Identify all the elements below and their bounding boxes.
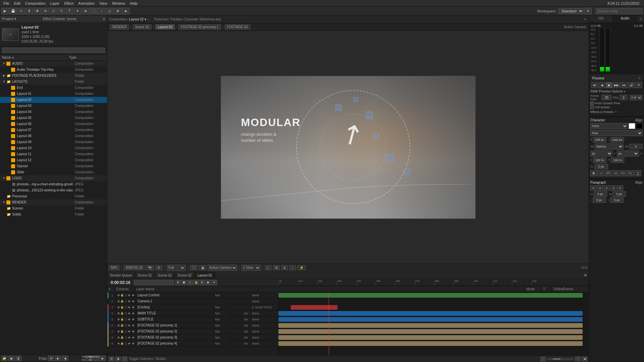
mask-btn[interactable]: ⊕ bbox=[281, 265, 288, 270]
tool2[interactable]: ✥ bbox=[34, 8, 41, 14]
tree-item-layout03[interactable]: Layout 03Composition bbox=[0, 103, 107, 109]
col-name-header[interactable]: Name ▲ bbox=[0, 55, 67, 60]
track-row-9[interactable] bbox=[278, 341, 589, 347]
track-row-6[interactable] bbox=[278, 322, 589, 328]
menu-animation[interactable]: Animation bbox=[76, 0, 97, 7]
rp-tab-audio[interactable]: Audio bbox=[613, 15, 637, 22]
layer-row-8[interactable]: 8◉🔒◻▶◆[FOOTAGE 02 precomp 3]NorNoNone bbox=[107, 335, 278, 341]
footage-info-btn[interactable]: 📷 bbox=[146, 265, 154, 270]
char-color-box[interactable] bbox=[629, 123, 635, 129]
layer-row-3[interactable]: 3◉🔒◻▶◆[Circles]Nor4. MAIN TITLE bbox=[107, 304, 278, 310]
layer-row-9[interactable]: 9◉🔒◻▶◆[FOOTAGE 02 precomp 4]NorNoNone bbox=[107, 341, 278, 347]
char-style-select[interactable]: Fina bbox=[590, 130, 643, 136]
tl-icon-btn4[interactable]: 🔒 bbox=[194, 280, 199, 285]
tl-icon-btn5[interactable]: ⊕ bbox=[200, 280, 205, 285]
layer-row-7[interactable]: 7◉🔒◻▶◆[FOOTAGE 02 precomp 2]NorNoNone bbox=[107, 328, 278, 335]
tree-item-layout05[interactable]: Layout 05Composition bbox=[0, 115, 107, 121]
tree-item-opener[interactable]: OpenerComposition bbox=[0, 163, 107, 169]
snap-btn[interactable]: ⊞ bbox=[273, 265, 280, 270]
para-indent-right[interactable] bbox=[612, 191, 626, 197]
undo-btn[interactable]: ↩ bbox=[17, 8, 25, 14]
tl-ruler[interactable]: 0s01s02s03s04s05s06s07s08s09s10s11s12s13… bbox=[278, 280, 589, 286]
pv-next-frame[interactable]: ▶▶ bbox=[613, 82, 620, 88]
tool6[interactable]: T bbox=[66, 8, 73, 14]
align-left-btn[interactable]: ≡ bbox=[590, 185, 596, 191]
tree-item-layout10[interactable]: Layout 10Composition bbox=[0, 145, 107, 151]
bpc-btn[interactable]: ⚙ bbox=[48, 356, 54, 361]
tree-item-layout06[interactable]: Layout 06Composition bbox=[0, 121, 107, 127]
menu-help[interactable]: Help bbox=[128, 0, 140, 7]
char-leading-input[interactable] bbox=[610, 137, 624, 142]
char-font-select[interactable]: Circe bbox=[590, 123, 628, 129]
pv-play[interactable]: ▶ bbox=[606, 82, 612, 88]
tool1[interactable]: ⬆ bbox=[25, 8, 33, 14]
effects-presets-close[interactable]: ✕ bbox=[614, 110, 617, 114]
camera-select[interactable]: Active Camera bbox=[208, 265, 237, 271]
preview-close-btn[interactable]: ✕ bbox=[638, 76, 641, 80]
tree-item-layout02[interactable]: Layout 02Composition bbox=[0, 97, 107, 103]
render-btn[interactable]: ▷ bbox=[265, 265, 272, 270]
new-folder-btn[interactable]: 📁 bbox=[1, 356, 7, 361]
full-screen-checkbox[interactable] bbox=[590, 106, 594, 109]
char-unit2-select[interactable]: px bbox=[617, 150, 639, 157]
underline-btn[interactable]: T bbox=[635, 170, 641, 176]
resolution-select[interactable]: Full Half Quarter bbox=[167, 265, 185, 271]
super-btn[interactable]: T↑ bbox=[620, 170, 627, 176]
tool7[interactable]: ✦ bbox=[74, 8, 81, 14]
footage02-tab[interactable]: FOOTAGE 02 bbox=[225, 24, 250, 29]
track-row-7[interactable] bbox=[278, 328, 589, 335]
tl-current-time[interactable]: 0:00:02:16 bbox=[109, 280, 132, 285]
tool12[interactable]: ⊗ bbox=[114, 8, 121, 14]
comp-tab-arrow[interactable]: ▷ bbox=[147, 18, 151, 21]
tree-item-audio_timelaps[interactable]: Audio Timelaps Trip-HopComposition bbox=[0, 67, 107, 73]
scene02-tab[interactable]: Scene 02 bbox=[133, 24, 152, 29]
tree-item-layout01[interactable]: Layout 01Composition bbox=[0, 91, 107, 97]
char-kerning-select[interactable]: Metrics bbox=[595, 143, 623, 149]
justify-btn[interactable]: ≡ bbox=[610, 185, 616, 191]
track-row-2[interactable] bbox=[278, 298, 589, 304]
pv-first-frame[interactable]: ⏮ bbox=[591, 82, 598, 88]
tree-item-layout11[interactable]: Layout 11Composition bbox=[0, 151, 107, 157]
tl-tab-layout02[interactable]: Layout 02 bbox=[195, 272, 215, 279]
tree-item-slide[interactable]: SlideComposition bbox=[0, 169, 107, 175]
tool5[interactable]: ✎ bbox=[58, 8, 65, 14]
tool3[interactable]: ⟲ bbox=[42, 8, 49, 14]
tl-tab-scene01[interactable]: Scene 01 bbox=[135, 272, 155, 279]
tree-item-layout12[interactable]: Layout 12Composition bbox=[0, 157, 107, 163]
project-search-input[interactable] bbox=[2, 48, 105, 53]
track-row-3[interactable] bbox=[278, 304, 589, 310]
tl-close-btn[interactable]: ✕ bbox=[582, 272, 589, 279]
settings-btn[interactable]: ⚙ bbox=[155, 265, 162, 270]
next-footage-btn[interactable]: ▶ bbox=[100, 356, 106, 361]
sub-btn[interactable]: T↓ bbox=[627, 170, 634, 176]
fr-input[interactable] bbox=[601, 95, 611, 100]
tl-zoom-in-btn[interactable]: + bbox=[575, 357, 581, 361]
italic-btn[interactable]: I bbox=[598, 170, 604, 176]
tool11[interactable]: ◻ bbox=[106, 8, 113, 14]
viewer-menu-btn[interactable]: ≡ bbox=[582, 15, 589, 23]
rp-close-btn[interactable]: ✕ bbox=[637, 15, 644, 23]
tl-zoom-out-btn[interactable]: − bbox=[540, 357, 546, 361]
tree-item-render[interactable]: ▼RENDERComposition bbox=[0, 199, 107, 205]
tree-item-end[interactable]: EndComposition bbox=[0, 85, 107, 91]
pv-audio[interactable]: 🔊 bbox=[628, 82, 635, 88]
tree-item-layout07[interactable]: Layout 07Composition bbox=[0, 127, 107, 133]
footage-btn[interactable]: ▶ bbox=[55, 356, 61, 361]
render-tab[interactable]: RENDER bbox=[110, 24, 129, 29]
track-row-4[interactable] bbox=[278, 310, 589, 316]
layer-row-2[interactable]: 2◉🔒◻▶◆Camera 1None bbox=[107, 298, 278, 304]
tl-icon-btn3[interactable]: ◻ bbox=[187, 280, 193, 285]
tree-item-audio[interactable]: ▼AUDIOComposition bbox=[0, 61, 107, 67]
footage2-tab[interactable]: FOOTAGE 02 bbox=[93, 356, 99, 361]
char-scale-v[interactable] bbox=[611, 158, 624, 163]
tool4[interactable]: ⬡ bbox=[50, 8, 57, 14]
footage02precomp-tab[interactable]: FOOTAGE 02 precomp 1 bbox=[178, 24, 221, 29]
panel-menu-btn[interactable]: ≡ bbox=[103, 17, 105, 21]
tl-zoom-slider[interactable] bbox=[547, 358, 574, 360]
pv-loop[interactable]: ↺ bbox=[635, 82, 642, 88]
all-caps-btn[interactable]: TT bbox=[605, 170, 612, 176]
fast-preview-btn[interactable]: ⚡ bbox=[298, 265, 306, 270]
tool9[interactable]: ⬛ bbox=[90, 8, 97, 14]
char-scale-h[interactable] bbox=[593, 158, 606, 163]
track-row-8[interactable] bbox=[278, 335, 589, 341]
